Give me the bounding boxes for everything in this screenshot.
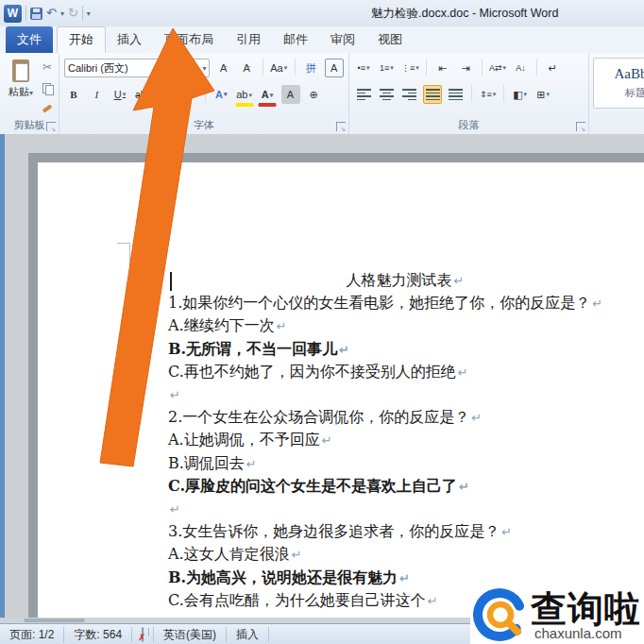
status-insert-mode[interactable]: 插入 <box>227 627 269 642</box>
bold-button[interactable]: B <box>64 85 83 104</box>
watermark-domain: chaxunla.com <box>534 625 622 641</box>
doc-line[interactable]: C.再也不约她了，因为你不接受别人的拒绝↵ <box>168 361 642 383</box>
italic-button[interactable]: I <box>87 85 106 104</box>
save-icon[interactable] <box>30 8 42 20</box>
group-styles: AaBbC 标题 <box>589 53 644 134</box>
align-left-icon[interactable] <box>354 85 373 104</box>
tab-view[interactable]: 视图 <box>366 26 414 53</box>
character-border-icon[interactable]: A <box>325 59 344 77</box>
enclose-characters-icon[interactable]: ⊕ <box>304 85 323 104</box>
subscript-button[interactable]: x₂ <box>157 85 176 104</box>
doc-line[interactable]: A.让她调侃，不予回应↵ <box>168 429 642 451</box>
status-page-number[interactable]: 页面: 1/2 <box>0 627 64 642</box>
doc-line[interactable]: 人格魅力测试表↵ <box>168 269 642 292</box>
paragraph-mark: ↵ <box>277 319 287 333</box>
highlight-color-icon[interactable]: ab <box>235 85 254 107</box>
undo-dropdown-icon[interactable]: ▾ <box>60 9 64 18</box>
style-heading[interactable]: AaBbC 标题 <box>593 58 644 109</box>
decrease-indent-icon[interactable]: ⇤ <box>433 59 452 77</box>
doc-line[interactable]: 1.如果你约一个心仪的女生看电影，她拒绝了你，你的反应是？↵ <box>168 292 642 314</box>
font-family-combo[interactable]: Calibri (西文)▾ <box>64 59 162 77</box>
sort-icon[interactable]: A↓ <box>511 59 530 77</box>
copy-icon[interactable] <box>38 78 57 97</box>
group-label-paragraph: 段落 <box>349 118 588 132</box>
bullets-icon[interactable]: •≡ <box>354 59 373 77</box>
spellcheck-icon <box>142 627 144 642</box>
paragraph-mark: ↵ <box>471 411 482 425</box>
ribbon-tab-row: 文件 开始 插入 页面布局 引用 邮件 审阅 视图 <box>0 26 644 53</box>
font-dialog-launcher-icon[interactable] <box>336 122 346 131</box>
paragraph-mark: ↵ <box>592 297 602 311</box>
justify-icon[interactable] <box>423 85 442 104</box>
increase-indent-icon[interactable]: ⇥ <box>456 59 475 77</box>
margin-crop-mark <box>117 243 130 266</box>
doc-line[interactable]: ↵ <box>168 383 642 406</box>
word-window: W ↶ ▾ ↻ ▾ 魅力检验.docx.doc - Microsoft Word… <box>0 0 644 644</box>
paragraph-mark: ↵ <box>246 457 257 471</box>
tab-references[interactable]: 引用 <box>225 26 272 53</box>
document-text[interactable]: 人格魅力测试表↵ 1.如果你约一个心仪的女生看电影，她拒绝了你，你的反应是？↵ … <box>168 269 642 618</box>
paste-button[interactable]: 粘贴▾ <box>5 57 37 117</box>
numbering-icon[interactable]: 1≡ <box>377 59 396 77</box>
redo-icon[interactable]: ↻ <box>68 4 78 23</box>
doc-line[interactable]: 2.一个女生在公众场合调侃你，你的反应是？↵ <box>168 406 642 429</box>
font-size-combo[interactable]: ▾ <box>166 59 210 77</box>
paragraph-mark: ↵ <box>170 502 180 517</box>
divider <box>82 6 83 21</box>
paragraph-mark: ↵ <box>501 525 512 539</box>
tab-page-layout[interactable]: 页面布局 <box>153 26 225 53</box>
paragraph-mark: ↵ <box>454 274 465 288</box>
document-area: 人格魅力测试表↵ 1.如果你约一个心仪的女生看电影，她拒绝了你，你的反应是？↵ … <box>0 134 644 618</box>
grow-font-icon[interactable]: Aˆ <box>214 59 233 77</box>
cut-icon[interactable]: ✂ <box>38 58 57 76</box>
ribbon: 粘贴▾ ✂ 剪贴板 Calibri (西文)▾ ▾ Aˆ Aˇ Aa 拼 A <box>0 53 644 135</box>
tab-review[interactable]: 审阅 <box>319 26 366 53</box>
status-language[interactable]: 英语(美国) <box>154 627 227 642</box>
word-logo-icon[interactable]: W <box>4 5 22 23</box>
strikethrough-button[interactable]: abc <box>133 85 152 104</box>
quick-access-toolbar: W ↶ ▾ ↻ ▾ <box>4 3 91 24</box>
tab-insert[interactable]: 插入 <box>106 26 153 53</box>
scrollbar-thumb[interactable] <box>24 619 85 622</box>
paragraph-dialog-launcher-icon[interactable] <box>576 122 585 131</box>
doc-line[interactable]: B.无所谓，不当一回事儿↵ <box>168 338 642 361</box>
shading-icon[interactable]: ◧ <box>511 85 530 104</box>
group-clipboard: 粘贴▾ ✂ 剪贴板 <box>0 53 59 134</box>
shrink-font-icon[interactable]: Aˇ <box>237 59 256 77</box>
paragraph-mark: ↵ <box>428 594 438 608</box>
status-proofing[interactable] <box>132 627 154 642</box>
doc-line[interactable]: A.这女人肯定很浪↵ <box>168 543 642 566</box>
phonetic-guide-icon[interactable]: 拼 <box>301 59 320 77</box>
borders-icon[interactable]: ⊞ <box>534 85 552 104</box>
underline-button[interactable]: U <box>110 85 129 104</box>
tab-file[interactable]: 文件 <box>6 26 53 53</box>
distribute-icon[interactable] <box>447 85 466 104</box>
tab-home[interactable]: 开始 <box>57 26 106 53</box>
paragraph-mark: ↵ <box>399 571 410 585</box>
show-hide-marks-icon[interactable]: ↵ <box>543 59 562 77</box>
doc-line[interactable]: C.厚脸皮的问这个女生是不是喜欢上自己了↵ <box>168 475 642 498</box>
align-center-icon[interactable] <box>377 85 396 104</box>
customize-qat-icon[interactable]: ▾ <box>87 9 91 18</box>
line-spacing-icon[interactable]: ⇕≡ <box>479 85 498 104</box>
doc-line[interactable]: 3.女生告诉你，她身边很多追求者，你的反应是？↵ <box>168 520 642 543</box>
asian-layout-icon[interactable]: A⇄ <box>488 59 507 77</box>
undo-icon[interactable]: ↶ <box>46 4 57 23</box>
multilevel-list-icon[interactable]: ⋮≡ <box>400 59 420 77</box>
status-word-count[interactable]: 字数: 564 <box>64 627 132 642</box>
paragraph-mark: ↵ <box>292 548 302 562</box>
text-effects-icon[interactable]: A <box>212 85 230 104</box>
doc-line[interactable]: B.调侃回去↵ <box>168 452 642 475</box>
character-shading-icon[interactable]: A <box>281 85 300 104</box>
superscript-button[interactable]: x² <box>179 85 198 104</box>
doc-line[interactable]: A.继续约下一次↵ <box>168 314 642 337</box>
paragraph-mark: ↵ <box>458 365 468 380</box>
font-color-icon[interactable]: A <box>258 85 277 107</box>
doc-line[interactable]: ↵ <box>168 498 642 520</box>
align-right-icon[interactable] <box>400 85 419 104</box>
clipboard-dialog-launcher-icon[interactable] <box>46 122 56 131</box>
format-painter-icon[interactable] <box>38 99 57 118</box>
change-case-icon[interactable]: Aa <box>269 59 288 77</box>
tab-mailings[interactable]: 邮件 <box>272 26 319 53</box>
paragraph-mark: ↵ <box>459 480 469 494</box>
